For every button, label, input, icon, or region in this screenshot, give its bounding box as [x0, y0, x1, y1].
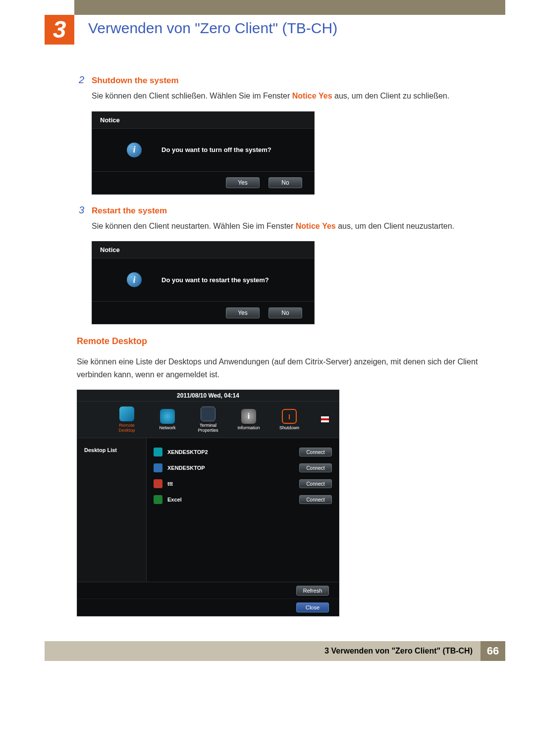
- list-item: Excel Connect: [154, 492, 332, 507]
- connect-button[interactable]: Connect: [299, 479, 332, 488]
- remote-desktop-body: Sie können eine Liste der Desktops und A…: [77, 355, 490, 381]
- tool-remote-desktop[interactable]: Remote Desktop: [111, 406, 143, 433]
- connect-button[interactable]: Connect: [299, 463, 332, 472]
- yes-button[interactable]: Yes: [226, 177, 260, 188]
- top-stripe: [45, 0, 505, 15]
- step-number: 3: [45, 204, 92, 216]
- restart-dialog: Notice i Do you want to restart the syst…: [92, 241, 315, 324]
- no-button[interactable]: No: [268, 307, 302, 318]
- list-item-label: XENDESKTOP2: [167, 449, 299, 455]
- dialog-message: Do you want to turn off the system?: [161, 146, 271, 153]
- dialog-title: Notice: [100, 116, 120, 124]
- network-icon: [160, 409, 175, 424]
- info-icon: i: [241, 409, 256, 424]
- dialog-titlebar: Notice: [92, 242, 314, 258]
- remote-desktop-heading: Remote Desktop: [77, 336, 490, 347]
- dialog-titlebar: Notice: [92, 112, 314, 129]
- desktop-list: XENDESKTOP2 Connect XENDESKTOP Connect t…: [147, 438, 339, 582]
- app-icon: [154, 448, 162, 456]
- chapter-title: Verwenden von "Zero Client" (TB-CH): [88, 20, 337, 37]
- datetime-bar: 2011/08/10 Wed, 04:14: [77, 390, 339, 402]
- sidebar-item-desktop-list[interactable]: Desktop List: [77, 445, 146, 455]
- chapter-number: 3: [53, 18, 66, 42]
- tool-label: Information: [237, 426, 260, 431]
- list-item: ttt Connect: [154, 476, 332, 492]
- connect-button[interactable]: Connect: [299, 495, 332, 504]
- tool-label: Shutdown: [279, 426, 299, 431]
- list-item-label: XENDESKTOP: [167, 465, 299, 471]
- tool-shutdown[interactable]: Shutdown: [273, 409, 305, 431]
- tool-label: Network: [159, 426, 175, 431]
- terminal-icon: [201, 406, 215, 421]
- chapter-header: 3 Verwenden von "Zero Client" (TB-CH): [45, 15, 505, 45]
- step-2-body: Sie können den Client schließen. Wählen …: [92, 90, 490, 102]
- app-icon: [154, 495, 162, 504]
- step-heading: Shutdown the system: [92, 76, 179, 86]
- step-3-header: 3 Restart the system: [45, 204, 490, 216]
- content: 2 Shutdown the system Sie können den Cli…: [45, 74, 490, 616]
- list-item-label: Excel: [167, 497, 299, 503]
- window-footer: Refresh Close: [77, 582, 339, 616]
- remote-desktop-window: 2011/08/10 Wed, 04:14 Remote Desktop Net…: [77, 390, 339, 616]
- shutdown-icon: [282, 409, 297, 424]
- list-item-label: ttt: [167, 481, 299, 487]
- toolbar: Remote Desktop Network Terminal Properti…: [77, 402, 339, 438]
- step-3-body: Sie können den Client neustarten. Wählen…: [92, 220, 490, 233]
- tool-information[interactable]: i Information: [233, 409, 265, 431]
- sidebar: Desktop List: [77, 438, 147, 582]
- tool-label: Remote Desktop: [111, 423, 143, 433]
- dialog-message: Do you want to restart the system?: [161, 276, 269, 284]
- shutdown-dialog: Notice i Do you want to turn off the sys…: [92, 111, 315, 195]
- yes-button[interactable]: Yes: [226, 307, 260, 318]
- page-footer: 3 Verwenden von "Zero Client" (TB-CH) 66: [45, 641, 505, 661]
- info-icon: i: [127, 272, 142, 287]
- tool-label: Terminal Properties: [192, 423, 224, 433]
- app-icon: [154, 463, 162, 472]
- app-icon: [154, 479, 162, 488]
- remote-desktop-icon: [119, 406, 134, 421]
- close-button[interactable]: Close: [296, 603, 329, 612]
- page-number: 66: [487, 645, 499, 657]
- chapter-badge: 3: [45, 15, 74, 45]
- step-heading: Restart the system: [92, 206, 167, 216]
- tool-terminal-properties[interactable]: Terminal Properties: [192, 406, 224, 433]
- language-flag-icon[interactable]: [321, 416, 329, 422]
- connect-button[interactable]: Connect: [299, 448, 332, 456]
- dialog-title: Notice: [100, 246, 120, 253]
- no-button[interactable]: No: [268, 177, 302, 188]
- step-number: 2: [45, 74, 92, 86]
- tool-network[interactable]: Network: [152, 409, 183, 431]
- refresh-button[interactable]: Refresh: [296, 586, 329, 596]
- info-icon: i: [127, 143, 142, 157]
- list-item: XENDESKTOP2 Connect: [154, 444, 332, 460]
- list-item: XENDESKTOP Connect: [154, 460, 332, 476]
- footer-text: 3 Verwenden von "Zero Client" (TB-CH): [324, 647, 473, 655]
- step-2-header: 2 Shutdown the system: [45, 74, 490, 86]
